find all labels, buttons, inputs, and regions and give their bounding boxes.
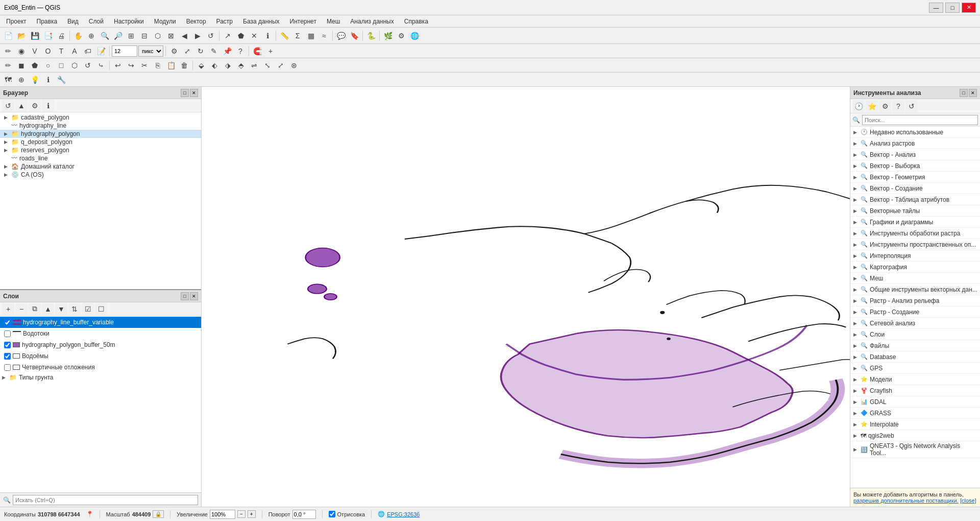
render-checkbox[interactable] bbox=[329, 511, 335, 517]
rotate-feature-button[interactable]: ↺ bbox=[82, 59, 94, 72]
analysis-item-raster-analysis[interactable]: ▶ 🔍 Анализ растров bbox=[850, 138, 980, 149]
menu-help[interactable]: Справка bbox=[400, 17, 432, 26]
analysis-item-interpolate[interactable]: ▶ ⭐ Interpolate bbox=[850, 419, 980, 430]
map-canvas[interactable] bbox=[202, 87, 850, 507]
delete-sel-button[interactable]: 🗑 bbox=[178, 59, 190, 72]
bookmark-button[interactable]: 🔖 bbox=[348, 30, 360, 42]
pin-label-button[interactable]: 📌 bbox=[221, 45, 233, 57]
offset-point-button[interactable]: ⊛ bbox=[288, 59, 300, 72]
browser-item-ca[interactable]: ▶ 💿 CA (OS) bbox=[0, 171, 201, 179]
analysis-item-qgis2web[interactable]: ▶ 🗺 qgis2web bbox=[850, 430, 980, 441]
rotate-label-button[interactable]: ↻ bbox=[194, 45, 207, 57]
layers-pin-button[interactable]: □ bbox=[181, 292, 189, 300]
browser-pin-button[interactable]: □ bbox=[181, 89, 189, 97]
statistics-button[interactable]: Σ bbox=[291, 30, 304, 42]
maximize-button[interactable]: □ bbox=[945, 3, 960, 13]
layer-checkbox[interactable] bbox=[4, 364, 11, 371]
python-console-button[interactable]: 🐍 bbox=[365, 30, 377, 42]
merge-feat-button[interactable]: ⬙ bbox=[195, 59, 207, 72]
paste-button[interactable]: 📋 bbox=[165, 59, 177, 72]
snapping-button[interactable]: 🧲 bbox=[251, 45, 263, 57]
filter-button[interactable]: ⚙ bbox=[168, 45, 180, 57]
menu-analysis[interactable]: Анализ данных bbox=[346, 17, 398, 26]
spatial-bookmark-button[interactable]: ⊕ bbox=[15, 74, 28, 86]
show-unplaced-button[interactable]: ? bbox=[234, 45, 247, 57]
pan-map-button[interactable]: ✋ bbox=[72, 30, 84, 42]
add-circle-button[interactable]: ○ bbox=[42, 59, 54, 72]
refresh-button[interactable]: ↺ bbox=[205, 30, 217, 42]
analysis-pin-button[interactable]: □ bbox=[960, 89, 968, 97]
label-diagram[interactable]: 🏷 bbox=[82, 45, 94, 57]
browser-item-q-deposit[interactable]: ▶ 📁 q_deposit_polygon bbox=[0, 138, 201, 146]
move-label-button[interactable]: ⤢ bbox=[181, 45, 193, 57]
layer-duplicate-button[interactable]: ⧉ bbox=[29, 303, 41, 315]
grass-button[interactable]: 🌿 bbox=[382, 30, 394, 42]
analysis-item-qneat3[interactable]: ▶ 🔢 QNEAT3 - Qgis Network Analysis Tool.… bbox=[850, 441, 980, 458]
digitize-button[interactable]: ✏ bbox=[2, 45, 14, 57]
save-as-button[interactable]: 📑 bbox=[42, 30, 54, 42]
processing-button[interactable]: ⚙ bbox=[395, 30, 407, 42]
analysis-item-gdal[interactable]: ▶ 📊 GDAL bbox=[850, 396, 980, 408]
font-unit-select[interactable]: пикс мм bbox=[138, 45, 163, 57]
menu-plugins[interactable]: Модули bbox=[150, 17, 180, 26]
analysis-item-crayfish[interactable]: ▶ 🦞 Crayfish bbox=[850, 385, 980, 396]
field-calculator-button[interactable]: ≈ bbox=[318, 30, 330, 42]
zoom-full-button[interactable]: ⊞ bbox=[125, 30, 137, 42]
browser-item-reserves[interactable]: ▶ 📁 reserves_polygon bbox=[0, 146, 201, 154]
layer-group-tipy[interactable]: ▶ 📁 Типы грунта bbox=[0, 373, 201, 382]
snap-settings-button[interactable]: + bbox=[264, 45, 277, 57]
layer-add-button[interactable]: + bbox=[2, 303, 14, 315]
new-project-button[interactable]: 📄 bbox=[2, 30, 14, 42]
save-project-button[interactable]: 💾 bbox=[29, 30, 41, 42]
analysis-item-vector-geometry[interactable]: ▶ 🔍 Вектор - Геометрия bbox=[850, 172, 980, 183]
info-button[interactable]: ℹ bbox=[42, 74, 54, 86]
map-tips-button[interactable]: 💬 bbox=[335, 30, 347, 42]
add-feature-button[interactable]: V bbox=[29, 45, 41, 57]
analysis-notice-link2[interactable]: [close] bbox=[960, 498, 976, 504]
trim-button[interactable]: ⤡ bbox=[261, 59, 274, 72]
offset-curve-button[interactable]: ⤷ bbox=[95, 59, 107, 72]
analysis-item-vector-tiles[interactable]: ▶ 🔍 Векторные тайлы bbox=[850, 205, 980, 217]
browser-close-button[interactable]: ✕ bbox=[190, 89, 198, 97]
select-feature-button[interactable]: ↗ bbox=[222, 30, 234, 42]
menu-layer[interactable]: Слой bbox=[85, 17, 108, 26]
browser-collapse-button[interactable]: ▲ bbox=[15, 100, 28, 112]
show-tips-button[interactable]: 💡 bbox=[29, 74, 41, 86]
layer-check-all-button[interactable]: ☑ bbox=[82, 303, 94, 315]
browser-item-roads[interactable]: 〰 roads_line bbox=[0, 154, 201, 162]
zoom-in-button[interactable]: 🔍 bbox=[99, 30, 111, 42]
zoom-next-button[interactable]: ▶ bbox=[191, 30, 204, 42]
font-size-input[interactable] bbox=[112, 45, 137, 57]
measure-button[interactable]: 📏 bbox=[278, 30, 290, 42]
undo-button[interactable]: ↩ bbox=[112, 59, 124, 72]
menu-edit[interactable]: Правка bbox=[33, 17, 62, 26]
zoom-out-button[interactable]: 🔎 bbox=[112, 30, 124, 42]
menu-view[interactable]: Вид bbox=[63, 17, 83, 26]
attribute-table-button[interactable]: ▦ bbox=[305, 30, 317, 42]
draw-button[interactable]: ✏ bbox=[2, 59, 14, 72]
analysis-item-mesh[interactable]: ▶ 🔍 Меш bbox=[850, 273, 980, 284]
analysis-item-models[interactable]: ▶ ⭐ Модели bbox=[850, 374, 980, 385]
reshape-button[interactable]: ⬖ bbox=[208, 59, 220, 72]
analysis-item-interpolation[interactable]: ▶ 🔍 Интерполяция bbox=[850, 250, 980, 262]
add-rect-button[interactable]: □ bbox=[55, 59, 67, 72]
menu-internet[interactable]: Интернет bbox=[286, 17, 321, 26]
menu-raster[interactable]: Растр bbox=[212, 17, 237, 26]
analysis-search-input[interactable] bbox=[862, 115, 978, 125]
menu-database[interactable]: База данных bbox=[239, 17, 283, 26]
browser-item-cadastre[interactable]: ▶ 📁 cadastre_polygon bbox=[0, 113, 201, 122]
fill-ring-button[interactable]: ⬘ bbox=[235, 59, 247, 72]
layer-checkbox[interactable] bbox=[4, 342, 11, 348]
layer-checkbox[interactable] bbox=[4, 319, 11, 326]
analysis-item-gps[interactable]: ▶ 🔍 GPS bbox=[850, 363, 980, 374]
node-tool-button[interactable]: ◉ bbox=[15, 45, 28, 57]
analysis-refresh-button[interactable]: ↺ bbox=[905, 100, 918, 112]
analysis-item-layers[interactable]: ▶ 🔍 Слои bbox=[850, 329, 980, 340]
split-button[interactable]: T bbox=[55, 45, 67, 57]
close-button[interactable]: ✕ bbox=[962, 3, 976, 13]
layer-down-button[interactable]: ▼ bbox=[55, 303, 67, 315]
print-layout-button[interactable]: 🖨 bbox=[55, 30, 67, 42]
search-input[interactable] bbox=[13, 495, 198, 505]
add-ring-button[interactable]: O bbox=[42, 45, 54, 57]
layer-item-vodoyomy[interactable]: Водоёмы bbox=[0, 350, 201, 362]
